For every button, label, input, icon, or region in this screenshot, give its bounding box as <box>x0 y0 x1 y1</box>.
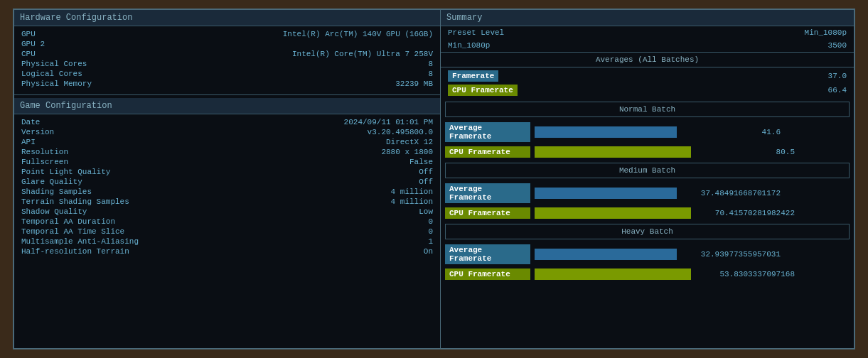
hardware-field-value: Intel(R) Core(TM) Ultra 7 258V <box>292 50 433 58</box>
hardware-field-label: GPU 2 <box>21 40 45 48</box>
framerate-bar <box>535 188 677 199</box>
hardware-field-value: Intel(R) Arc(TM) 140V GPU (16GB) <box>283 30 433 38</box>
framerate-metric-row: Average Framerate 37.48491668701172 <box>441 181 854 205</box>
game-row: Terrain Shading Samples4 million <box>14 197 440 207</box>
avg-framerate-value: 37.0 <box>828 72 847 80</box>
framerate-metric-row: Average Framerate 32.93977355957031 <box>441 242 854 266</box>
hardware-row: Physical Cores8 <box>14 59 440 69</box>
framerate-label: Average Framerate <box>445 183 530 203</box>
hardware-row: GPUIntel(R) Arc(TM) 140V GPU (16GB) <box>14 29 440 39</box>
framerate-label: Average Framerate <box>445 122 530 142</box>
framerate-bar <box>535 126 677 138</box>
game-field-label: Temporal AA Duration <box>21 217 115 226</box>
cpu-framerate-value: 53.8303337097168 <box>695 270 795 278</box>
framerate-value: 41.6 <box>681 128 781 136</box>
framerate-label: Average Framerate <box>445 244 530 264</box>
cpu-framerate-value: 70.41570281982422 <box>695 209 795 217</box>
game-field-label: Resolution <box>21 148 68 156</box>
framerate-value: 32.93977355957031 <box>681 250 781 259</box>
game-field-value: Low <box>419 207 433 216</box>
averages-header: Averages (All Batches) <box>441 52 854 67</box>
hardware-field-value: 8 <box>428 70 433 78</box>
game-row: Point Light QualityOff <box>14 167 440 177</box>
game-row: Resolution2880 x 1800 <box>14 147 440 157</box>
game-field-label: Shadow Quality <box>21 207 87 216</box>
batch-section: Heavy Batch Average Framerate 32.9397735… <box>441 224 854 282</box>
cpu-framerate-label: CPU Framerate <box>445 146 530 158</box>
hardware-field-label: Physical Memory <box>21 80 92 88</box>
game-field-value: 0 <box>428 217 433 226</box>
cpu-framerate-value: 80.5 <box>695 148 795 156</box>
preset-level-label: Preset Level <box>448 28 504 37</box>
batch-header: Normal Batch <box>445 102 850 117</box>
game-config-header: Game Configuration <box>14 98 440 114</box>
preset-level-value: Min_1080p <box>805 28 847 37</box>
game-row: Date2024/09/11 01:01 PM <box>14 117 440 127</box>
avg-cpu-value: 66.4 <box>828 86 847 94</box>
main-container: Hardware Configuration GPUIntel(R) Arc(T… <box>13 9 855 349</box>
summary-header: Summary <box>441 10 854 26</box>
cpu-framerate-bar <box>535 207 691 219</box>
hardware-row: Physical Memory32239 MB <box>14 79 440 89</box>
hardware-config-header: Hardware Configuration <box>14 10 440 26</box>
avg-cpu-label: CPU Framerate <box>448 85 518 96</box>
game-field-label: Multisample Anti-Aliasing <box>21 237 139 246</box>
game-field-value: False <box>409 158 433 166</box>
game-row: Temporal AA Duration0 <box>14 217 440 227</box>
game-field-label: Date <box>21 118 40 126</box>
game-field-label: API <box>21 138 36 146</box>
averages-rows: Framerate 37.0 CPU Framerate 66.4 <box>441 67 854 99</box>
avg-cpu-row: CPU Framerate 66.4 <box>441 83 854 97</box>
hardware-field-label: CPU <box>21 50 36 58</box>
cpu-framerate-metric-row: CPU Framerate 80.5 <box>441 144 854 160</box>
batch-header: Heavy Batch <box>445 224 850 239</box>
hardware-config-content: GPUIntel(R) Arc(TM) 140V GPU (16GB)GPU 2… <box>14 26 440 92</box>
game-row: Shading Samples4 million <box>14 187 440 197</box>
hardware-field-label: Physical Cores <box>21 60 87 68</box>
hardware-field-value: 32239 MB <box>395 80 433 88</box>
game-row: Glare QualityOff <box>14 177 440 187</box>
game-row: Versionv3.20.495800.0 <box>14 127 440 137</box>
game-row: Half-resolution TerrainOn <box>14 246 440 256</box>
game-row: Shadow QualityLow <box>14 207 440 217</box>
game-field-label: Point Light Quality <box>21 168 110 176</box>
preset-sub-value: 3500 <box>828 41 847 50</box>
preset-sub-label: Min_1080p <box>448 41 490 50</box>
hardware-row: CPUIntel(R) Core(TM) Ultra 7 258V <box>14 49 440 59</box>
framerate-metric-row: Average Framerate 41.6 <box>441 120 854 144</box>
game-field-label: Fullscreen <box>21 158 68 166</box>
section-divider <box>14 94 440 95</box>
game-field-value: 0 <box>428 227 433 236</box>
batch-section: Normal Batch Average Framerate 41.6 CPU … <box>441 102 854 160</box>
batch-section: Medium Batch Average Framerate 37.484916… <box>441 163 854 221</box>
left-panel: Hardware Configuration GPUIntel(R) Arc(T… <box>14 10 441 348</box>
game-field-value: On <box>424 247 433 256</box>
game-row: FullscreenFalse <box>14 157 440 167</box>
game-field-value: Off <box>419 178 433 186</box>
hardware-field-label: Logical Cores <box>21 70 82 78</box>
cpu-framerate-metric-row: CPU Framerate 70.41570281982422 <box>441 205 854 221</box>
cpu-framerate-bar <box>535 146 691 158</box>
game-field-value: 4 million <box>391 188 433 196</box>
hardware-field-label: GPU <box>21 30 36 38</box>
game-field-label: Version <box>21 128 54 136</box>
game-field-value: 1 <box>428 237 433 246</box>
avg-framerate-label: Framerate <box>448 70 498 82</box>
right-panel: Summary Preset Level Min_1080p Min_1080p… <box>441 10 854 348</box>
hardware-row: Logical Cores8 <box>14 69 440 79</box>
game-row: Temporal AA Time Slice0 <box>14 227 440 237</box>
game-field-label: Half-resolution Terrain <box>21 247 129 256</box>
game-field-value: v3.20.495800.0 <box>368 128 433 136</box>
batch-header: Medium Batch <box>445 163 850 178</box>
cpu-framerate-label: CPU Framerate <box>445 207 530 219</box>
avg-framerate-row: Framerate 37.0 <box>441 69 854 83</box>
game-row: Multisample Anti-Aliasing1 <box>14 237 440 246</box>
hardware-field-value: 8 <box>428 60 433 68</box>
game-field-label: Shading Samples <box>21 188 92 196</box>
cpu-framerate-bar <box>535 268 691 280</box>
batch-sections: Normal Batch Average Framerate 41.6 CPU … <box>441 99 854 282</box>
cpu-framerate-label: CPU Framerate <box>445 268 530 280</box>
game-config-content: Date2024/09/11 01:01 PMVersionv3.20.4958… <box>14 114 440 259</box>
game-row: APIDirectX 12 <box>14 137 440 147</box>
game-field-value: Off <box>419 168 433 176</box>
